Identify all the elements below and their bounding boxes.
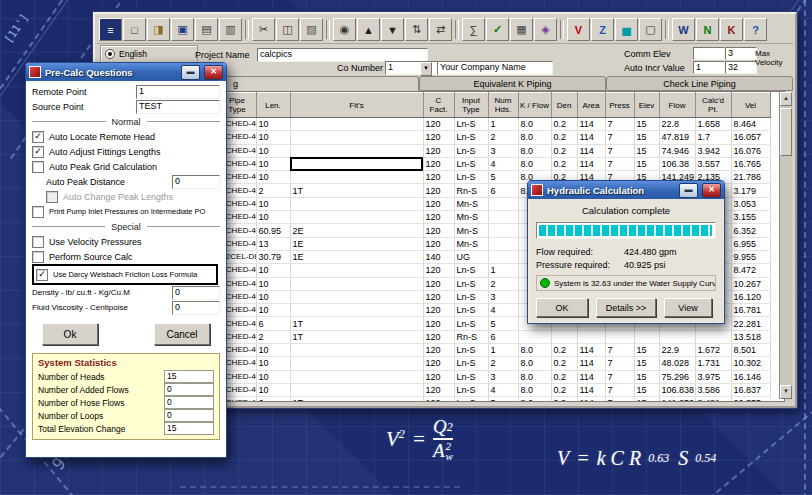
table-cell[interactable]: 3.975: [695, 370, 731, 383]
table-cell[interactable]: 120: [423, 118, 454, 131]
table-cell[interactable]: 3.053: [731, 197, 770, 210]
table-cell[interactable]: 3.942: [695, 144, 731, 157]
checkbox-icon[interactable]: ✓: [36, 269, 48, 281]
table-cell[interactable]: 120: [423, 383, 454, 396]
table-cell[interactable]: 16.837: [731, 383, 770, 396]
table-cell[interactable]: 10: [256, 144, 290, 157]
table-cell[interactable]: 114: [577, 357, 605, 370]
table-cell[interactable]: 13.518: [731, 330, 770, 343]
table-cell[interactable]: Ln-S: [454, 131, 488, 144]
table-cell[interactable]: 75.296: [659, 370, 695, 383]
close-button[interactable]: ✕: [204, 65, 223, 80]
checkbox-icon[interactable]: ✓: [32, 131, 44, 143]
table-cell[interactable]: 8.501: [731, 344, 770, 357]
table-cell[interactable]: 8.0: [518, 144, 551, 157]
view-button[interactable]: View: [664, 298, 712, 317]
table-cell[interactable]: 114: [577, 118, 605, 131]
table-cell[interactable]: Rn-S: [454, 330, 488, 343]
table-cell[interactable]: [290, 357, 423, 370]
table-cell[interactable]: 1: [488, 344, 518, 357]
field-input[interactable]: TEST: [136, 100, 220, 114]
toolbar-sort-down-button[interactable]: ▼: [381, 18, 404, 41]
table-cell[interactable]: 6: [256, 317, 290, 330]
table-cell[interactable]: 2: [488, 277, 518, 290]
dialog-titlebar[interactable]: Hydraulic Calculation ▬ ✕: [528, 181, 724, 199]
table-cell[interactable]: 0.2: [551, 357, 577, 370]
table-cell[interactable]: 120: [423, 330, 454, 343]
toolbar-grid-button[interactable]: ▦: [510, 18, 533, 41]
toolbar-open-button[interactable]: ◨: [147, 18, 170, 41]
table-cell[interactable]: 141.852: [659, 397, 695, 402]
table-cell[interactable]: 5: [488, 397, 518, 402]
toolbar-new-button[interactable]: □: [123, 18, 146, 41]
table-cell[interactable]: Ln-S: [454, 277, 488, 290]
table-cell[interactable]: 1E: [290, 250, 423, 263]
table-cell[interactable]: [290, 344, 423, 357]
table-cell[interactable]: [577, 330, 605, 343]
dropdown-arrow-icon[interactable]: ▼: [420, 62, 432, 76]
table-cell[interactable]: 16.146: [731, 370, 770, 383]
table-cell[interactable]: Ln-S: [454, 290, 488, 303]
table-cell[interactable]: 10: [256, 277, 290, 290]
table-cell[interactable]: 8.0: [518, 397, 551, 402]
table-cell[interactable]: 3.586: [695, 383, 731, 396]
table-cell[interactable]: 22.9: [659, 344, 695, 357]
auto-incr-value-input[interactable]: 1: [693, 61, 725, 74]
table-cell[interactable]: [488, 224, 518, 237]
table-cell[interactable]: 0.2: [551, 118, 577, 131]
table-cell[interactable]: Ln-S: [454, 264, 488, 277]
table-cell[interactable]: 0.2: [551, 131, 577, 144]
table-cell[interactable]: 21.786: [731, 171, 770, 184]
table-cell[interactable]: 6.955: [731, 237, 770, 250]
table-cell[interactable]: 10: [256, 370, 290, 383]
table-cell[interactable]: [290, 370, 423, 383]
toolbar-preview-button[interactable]: ▥: [219, 18, 242, 41]
table-cell[interactable]: 2: [488, 131, 518, 144]
company-name-input[interactable]: Your Company Name: [437, 61, 553, 75]
toolbar-sort-up-button[interactable]: ▲: [357, 18, 380, 41]
table-cell[interactable]: 3.557: [695, 157, 731, 170]
table-cell[interactable]: Ln-S: [454, 383, 488, 396]
table-cell[interactable]: 15: [634, 118, 659, 131]
table-cell[interactable]: 120: [423, 317, 454, 330]
checkbox-icon[interactable]: [32, 251, 44, 263]
table-cell[interactable]: 10: [256, 344, 290, 357]
table-cell[interactable]: 106.838: [659, 383, 695, 396]
table-cell[interactable]: 7: [605, 370, 634, 383]
table-cell[interactable]: 7: [605, 344, 634, 357]
table-cell[interactable]: 1E: [290, 237, 423, 250]
table-cell[interactable]: 74.946: [659, 144, 695, 157]
details-button[interactable]: Details >>: [596, 298, 656, 317]
scroll-down-icon[interactable]: ▼: [780, 385, 792, 399]
table-cell[interactable]: 3: [488, 370, 518, 383]
table-cell[interactable]: [290, 144, 423, 157]
tab-equivalent-k-piping[interactable]: Equivalent K Piping: [419, 76, 606, 91]
checkbox-icon[interactable]: [32, 161, 44, 173]
table-cell[interactable]: 4: [488, 383, 518, 396]
checkbox-icon[interactable]: [46, 191, 58, 203]
table-cell[interactable]: [290, 157, 423, 170]
table-cell[interactable]: 48.028: [659, 357, 695, 370]
ok-button[interactable]: Ok: [42, 323, 98, 345]
table-cell[interactable]: Rn-S: [454, 184, 488, 197]
table-cell[interactable]: 8.0: [518, 157, 551, 170]
toolbar-print-button[interactable]: ▤: [195, 18, 218, 41]
table-cell[interactable]: Mn-S: [454, 211, 488, 224]
table-cell[interactable]: 6: [256, 397, 290, 402]
table-cell[interactable]: 8.0: [518, 357, 551, 370]
toolbar-k-factor-button[interactable]: K: [720, 18, 743, 41]
table-cell[interactable]: 120: [423, 264, 454, 277]
table-cell[interactable]: 7: [605, 118, 634, 131]
checkbox-icon[interactable]: [32, 206, 44, 218]
table-cell[interactable]: [605, 330, 634, 343]
toolbar-graph-button[interactable]: ▅: [615, 18, 638, 41]
table-cell[interactable]: 16.120: [731, 290, 770, 303]
table-cell[interactable]: 114: [577, 131, 605, 144]
table-cell[interactable]: 120: [423, 197, 454, 210]
table-cell[interactable]: 0.2: [551, 370, 577, 383]
table-cell[interactable]: 10: [256, 211, 290, 224]
field-input[interactable]: 0: [172, 175, 220, 189]
project-name-input[interactable]: calcpics: [257, 48, 428, 62]
table-cell[interactable]: 1: [488, 264, 518, 277]
table-cell[interactable]: 120: [423, 131, 454, 144]
